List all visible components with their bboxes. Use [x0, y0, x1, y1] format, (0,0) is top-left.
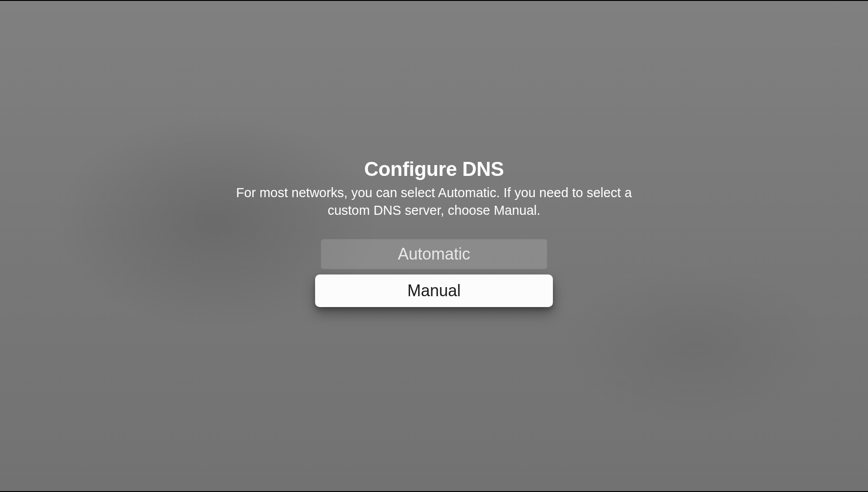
dialog-subtitle: For most networks, you can select Automa… [231, 184, 637, 219]
option-manual[interactable]: Manual [315, 274, 553, 307]
option-automatic[interactable]: Automatic [321, 239, 547, 269]
configure-dns-dialog: Configure DNS For most networks, you can… [231, 158, 637, 307]
dialog-title: Configure DNS [364, 158, 504, 180]
